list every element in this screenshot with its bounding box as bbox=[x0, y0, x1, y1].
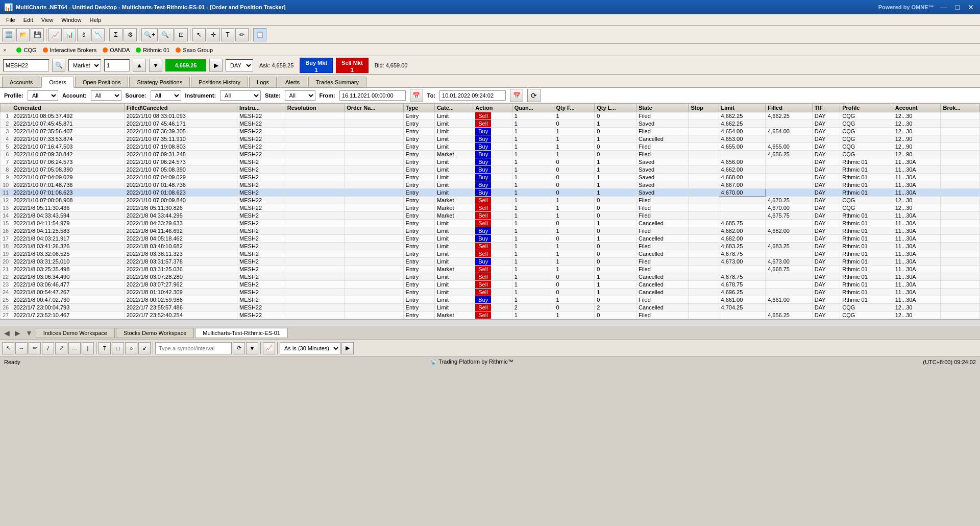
bt-arrow2-btn[interactable]: ↙ bbox=[138, 342, 151, 354]
sell-market-button[interactable]: Sell Mkt 1 bbox=[336, 58, 369, 73]
minimize-button[interactable]: — bbox=[938, 3, 949, 11]
table-row[interactable]: 23 2022/1/8 03:06:46.477 2022/1/8 03:07:… bbox=[1, 281, 980, 289]
to-date-input[interactable] bbox=[439, 90, 506, 101]
table-row[interactable]: 16 2022/1/8 04:11:25.583 2022/1/8 04:11:… bbox=[1, 227, 980, 235]
table-row[interactable]: 15 2022/1/8 04:11:54.979 2022/1/8 04:33:… bbox=[1, 220, 980, 227]
account-select[interactable]: All bbox=[91, 90, 121, 101]
tb-strategy-btn[interactable]: ⚙ bbox=[124, 28, 137, 41]
tb-indicator-btn[interactable]: Σ bbox=[109, 28, 122, 41]
ws-menu-btn[interactable]: ▼ bbox=[23, 329, 35, 337]
tb-zoom-in[interactable]: 🔍+ bbox=[141, 28, 158, 41]
table-row[interactable]: 22 2022/1/8 03:06:34.490 2022/1/8 03:07:… bbox=[1, 273, 980, 281]
conn-ib[interactable]: Interactive Brokers bbox=[43, 47, 97, 53]
table-row[interactable]: 17 2022/1/8 04:03:21.917 2022/1/8 04:05:… bbox=[1, 235, 980, 243]
maximize-button[interactable]: □ bbox=[953, 3, 962, 11]
filter-refresh-btn[interactable]: ⟳ bbox=[527, 89, 541, 102]
table-row[interactable]: 10 2022/1/10 07:01:48.736 2022/1/10 07:0… bbox=[1, 181, 980, 189]
bt-text-btn[interactable]: T bbox=[99, 342, 111, 354]
qty-down-btn[interactable]: ▼ bbox=[149, 59, 162, 72]
instrument-select[interactable]: All bbox=[220, 90, 261, 101]
bt-ellipse-btn[interactable]: ○ bbox=[125, 342, 137, 354]
col-state[interactable]: State bbox=[636, 104, 688, 112]
col-filled[interactable]: Filled\Canceled bbox=[124, 104, 237, 112]
conn-cqg[interactable]: CQG bbox=[16, 47, 36, 53]
table-row[interactable]: 8 2022/1/10 07:05:08.390 2022/1/10 07:05… bbox=[1, 166, 980, 174]
table-row[interactable]: 11 2022/1/10 07:01:08.623 2022/1/10 07:0… bbox=[1, 189, 980, 197]
tb-cursor-btn[interactable]: ↖ bbox=[192, 28, 206, 41]
col-filled-price[interactable]: Filled bbox=[766, 104, 813, 112]
col-resolution[interactable]: Resolution bbox=[285, 104, 344, 112]
tb-save-btn[interactable]: 💾 bbox=[31, 28, 44, 41]
source-select[interactable]: All bbox=[151, 90, 181, 101]
buy-market-button[interactable]: Buy Mkt 1 bbox=[300, 58, 333, 73]
tb-chart-btn[interactable]: 📈 bbox=[48, 28, 62, 41]
table-row[interactable]: 9 2022/1/10 07:04:09.029 2022/1/10 07:04… bbox=[1, 174, 980, 181]
table-row[interactable]: 1 2022/1/10 08:05:37.492 2022/1/10 08:33… bbox=[1, 112, 980, 120]
tab-orders[interactable]: Orders bbox=[41, 77, 74, 88]
table-row[interactable]: 13 2022/1/8 05:11:30.436 2022/1/8 05:11:… bbox=[1, 204, 980, 212]
col-qty-left[interactable]: Qty L... bbox=[595, 104, 636, 112]
col-stop[interactable]: Stop bbox=[689, 104, 719, 112]
table-row[interactable]: 5 2022/1/10 07:16:47.503 2022/1/10 07:19… bbox=[1, 143, 980, 151]
table-row[interactable]: 14 2022/1/8 04:33:43.594 2022/1/8 04:33:… bbox=[1, 212, 980, 220]
bt-chart-type-btn[interactable]: 📈 bbox=[263, 342, 275, 354]
table-row[interactable]: 24 2022/1/8 00:54:47.267 2022/1/8 01:10:… bbox=[1, 289, 980, 296]
col-account[interactable]: Account bbox=[893, 104, 941, 112]
tb-line-btn[interactable]: 📉 bbox=[91, 28, 105, 41]
menu-help[interactable]: Help bbox=[85, 16, 105, 24]
tab-trades-summary[interactable]: Trades Summary bbox=[308, 77, 366, 87]
bt-interval-expand-btn[interactable]: ▶ bbox=[341, 342, 354, 354]
tab-positions-history[interactable]: Positions History bbox=[191, 77, 248, 87]
horizontal-scrollbar[interactable] bbox=[0, 319, 980, 326]
col-tif[interactable]: TIF bbox=[812, 104, 840, 112]
table-row[interactable]: 2 2022/1/10 07:45:45.871 2022/1/10 07:45… bbox=[1, 120, 980, 128]
bt-rect-btn[interactable]: □ bbox=[112, 342, 124, 354]
col-generated[interactable]: Generated bbox=[11, 104, 124, 112]
table-row[interactable]: 20 2022/1/8 03:31:25.010 2022/1/8 03:31:… bbox=[1, 258, 980, 266]
tb-cross-btn[interactable]: ✛ bbox=[207, 28, 220, 41]
ws-tab-rithmic[interactable]: Multicharts-Test-Rithmic-ES-01 bbox=[195, 328, 288, 338]
close-button[interactable]: ✕ bbox=[966, 3, 976, 11]
tb-fit[interactable]: ⊡ bbox=[175, 28, 188, 41]
conn-rithmic[interactable]: Rithmic 01 bbox=[136, 47, 169, 53]
connbar-close[interactable]: × bbox=[3, 47, 6, 53]
bt-vline-btn[interactable]: | bbox=[82, 342, 94, 354]
conn-saxo[interactable]: Saxo Group bbox=[176, 47, 213, 53]
col-type[interactable]: Type bbox=[403, 104, 434, 112]
tb-candle-btn[interactable]: 🕯 bbox=[77, 28, 90, 41]
tb-text-btn[interactable]: T bbox=[221, 28, 234, 41]
bt-pencil-btn[interactable]: ✏ bbox=[29, 342, 41, 354]
tif-select[interactable]: DAY GTC IOC bbox=[226, 59, 253, 71]
col-limit[interactable]: Limit bbox=[719, 104, 766, 112]
symbol-input[interactable] bbox=[3, 59, 49, 71]
table-row[interactable]: 18 2022/1/8 03:41:26.326 2022/1/8 03:48:… bbox=[1, 243, 980, 250]
col-broker[interactable]: Brok... bbox=[941, 104, 980, 112]
tab-alerts[interactable]: Alerts bbox=[278, 77, 307, 87]
bt-line-btn[interactable]: / bbox=[42, 342, 54, 354]
col-instrument[interactable]: Instru... bbox=[237, 104, 285, 112]
table-row[interactable]: 4 2022/1/10 07:33:53.874 2022/1/10 07:35… bbox=[1, 135, 980, 143]
quantity-input[interactable] bbox=[104, 59, 130, 71]
col-category[interactable]: Cate... bbox=[434, 104, 473, 112]
from-date-input[interactable] bbox=[339, 90, 406, 101]
table-row[interactable]: 12 2022/1/10 07:00:08.908 2022/1/10 07:0… bbox=[1, 197, 980, 204]
bt-arrow-btn[interactable]: → bbox=[15, 342, 28, 354]
ws-tab-stocks[interactable]: Stocks Demo Workspace bbox=[116, 328, 194, 338]
menu-view[interactable]: View bbox=[37, 16, 58, 24]
from-calendar-btn[interactable]: 📅 bbox=[410, 89, 423, 102]
tb-bar-btn[interactable]: 📊 bbox=[63, 28, 76, 41]
tb-order-btn[interactable]: 📋 bbox=[253, 28, 266, 41]
tab-logs[interactable]: Logs bbox=[249, 77, 277, 87]
bt-cursor-btn[interactable]: ↖ bbox=[2, 342, 14, 354]
tb-draw-btn[interactable]: ✏ bbox=[235, 28, 249, 41]
state-select[interactable]: All bbox=[285, 90, 315, 101]
bt-hline-btn[interactable]: — bbox=[68, 342, 81, 354]
col-profile[interactable]: Profile bbox=[840, 104, 893, 112]
tb-zoom-out[interactable]: 🔍- bbox=[159, 28, 174, 41]
conn-oanda[interactable]: OANDA bbox=[103, 47, 130, 53]
ws-next-btn[interactable]: ▶ bbox=[13, 329, 22, 337]
ws-prev-btn[interactable]: ◀ bbox=[2, 329, 12, 337]
col-quantity[interactable]: Quan... bbox=[512, 104, 554, 112]
profile-select[interactable]: All bbox=[28, 90, 58, 101]
bt-refresh-btn[interactable]: ⟳ bbox=[233, 342, 245, 354]
